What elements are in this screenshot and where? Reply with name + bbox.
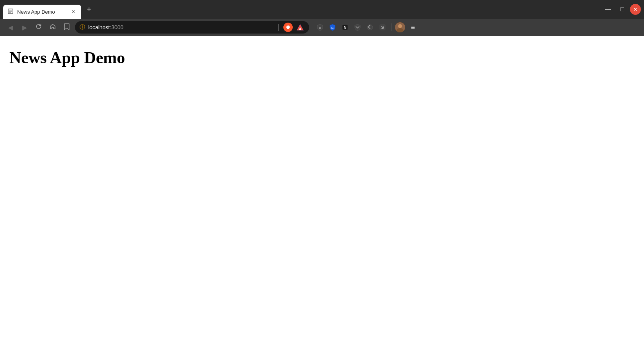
page-content: News App Demo	[0, 36, 644, 337]
reload-icon	[36, 23, 42, 31]
new-tab-icon: +	[87, 5, 91, 14]
profile-avatar[interactable]	[395, 22, 406, 33]
minimize-button[interactable]: —	[602, 3, 614, 16]
close-button[interactable]: ✕	[630, 4, 641, 15]
svg-text:N: N	[343, 25, 346, 30]
tab-title: News App Demo	[17, 9, 67, 15]
brave-icon	[283, 23, 293, 32]
security-warning-icon: ⓘ	[80, 24, 85, 31]
back-button[interactable]: ◀	[5, 21, 16, 33]
address-divider	[278, 24, 279, 31]
forward-icon: ▶	[22, 24, 27, 31]
extensions-divider	[391, 23, 391, 31]
bitwarden-extension-icon[interactable]: B	[327, 22, 338, 33]
hamburger-icon: ≡	[411, 23, 415, 32]
tab-favicon	[8, 9, 14, 15]
page-heading: News App Demo	[9, 48, 635, 67]
nav-bar: ◀ ▶ ⓘ localhost:3000	[0, 19, 644, 36]
svg-text:S: S	[381, 25, 384, 30]
home-button[interactable]	[47, 21, 59, 33]
maximize-button[interactable]: □	[616, 3, 628, 16]
svg-text:U: U	[319, 26, 321, 30]
tab-close-button[interactable]: ✕	[70, 9, 76, 15]
home-icon	[50, 23, 56, 31]
back-icon: ◀	[8, 24, 13, 31]
window-controls: — □ ✕	[602, 3, 641, 16]
bookmark-button[interactable]	[61, 21, 73, 33]
tab-area: News App Demo ✕ +	[3, 0, 602, 19]
svg-point-15	[398, 24, 402, 28]
title-bar: News App Demo ✕ + — □ ✕	[0, 0, 644, 19]
svg-text:B: B	[331, 26, 334, 30]
svg-text:▲: ▲	[298, 26, 302, 30]
reload-button[interactable]	[33, 21, 44, 33]
url-display: localhost:3000	[88, 24, 274, 30]
ublock-extension-icon[interactable]: U	[315, 22, 326, 33]
bookmark-icon	[64, 23, 70, 32]
notion-extension-icon[interactable]: N	[340, 22, 350, 33]
avatar-image	[395, 22, 405, 32]
new-tab-button[interactable]: +	[83, 3, 95, 16]
pocket-extension-icon[interactable]	[352, 22, 363, 33]
browser-menu-button[interactable]: ≡	[407, 21, 419, 33]
attention-icon: ▲	[296, 23, 304, 32]
address-bar[interactable]: ⓘ localhost:3000 ▲	[75, 21, 309, 34]
active-tab[interactable]: News App Demo ✕	[3, 5, 81, 19]
night-owl-extension-icon[interactable]	[365, 22, 375, 33]
forward-button[interactable]: ▶	[19, 21, 30, 33]
scribd-extension-icon[interactable]: S	[377, 22, 388, 33]
extensions-area: U B N	[315, 21, 419, 33]
